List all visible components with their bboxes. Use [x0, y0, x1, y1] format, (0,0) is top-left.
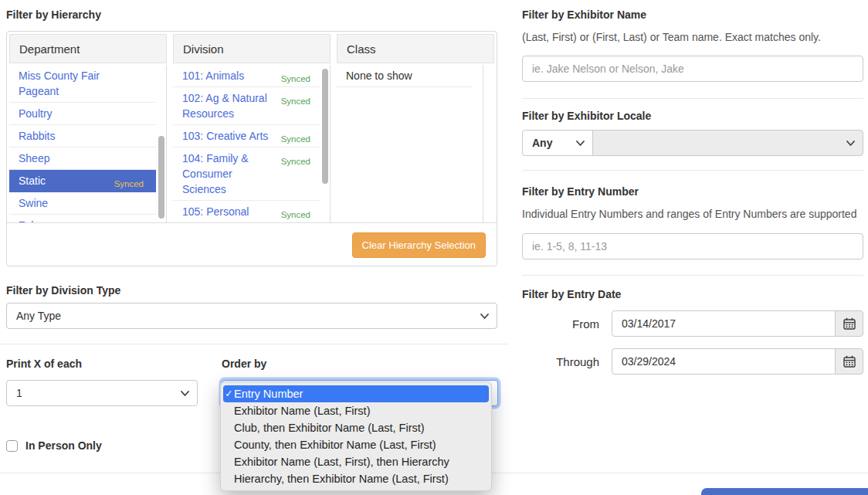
chevron-down-icon	[576, 141, 585, 146]
from-calendar-button[interactable]	[835, 310, 863, 337]
exhibitor-locale-row: Any	[522, 130, 863, 156]
exhibitor-name-description: (Last, First) or (First, Last) or Team n…	[522, 31, 863, 43]
department-item-selected[interactable]: Static Synced	[9, 170, 156, 192]
division-list: 101: Animals Synced 102: Ag & Natural Re…	[173, 65, 331, 222]
exhibitor-locale-label: Filter by Exhibitor Locale	[522, 110, 863, 122]
synced-badge: Synced	[281, 154, 310, 169]
department-item-label: Rabbits	[19, 130, 55, 142]
divider	[522, 170, 863, 171]
submit-button[interactable]	[701, 488, 868, 495]
entry-number-input[interactable]	[522, 233, 863, 259]
department-item[interactable]: Poultry	[9, 103, 156, 125]
divider	[522, 98, 863, 99]
through-label: Through	[522, 355, 599, 368]
chevron-down-icon	[480, 314, 489, 319]
division-item-label: 101: Animals	[182, 70, 244, 82]
department-item-label: Static	[19, 175, 46, 187]
through-date-input[interactable]	[612, 348, 836, 375]
calendar-icon	[843, 317, 856, 330]
hierarchy-panel: Department Miss County Fair Pageant Poul…	[6, 31, 497, 266]
department-item-label: Sheep	[19, 152, 49, 164]
division-column: Division 101: Animals Synced 102: Ag & N…	[173, 34, 331, 222]
entry-date-through-row: Through	[522, 348, 863, 375]
from-label: From	[522, 317, 599, 331]
department-item-label: Zebras	[19, 219, 53, 222]
order-option[interactable]: Exhibitor Name (Last, First)	[221, 402, 491, 419]
division-item-label: 102: Ag & Natural Resources	[182, 92, 267, 120]
order-option[interactable]: County, then Exhibitor Name (Last, First…	[221, 436, 491, 453]
division-item[interactable]: 104: Family & Consumer Sciences Synced	[173, 147, 320, 201]
class-empty-message: None to show	[337, 65, 473, 87]
division-item[interactable]: 105: Personal Development Synced	[173, 201, 320, 222]
department-list: Miss County Fair Pageant Poultry Rabbits…	[9, 65, 167, 222]
division-item[interactable]: 102: Ag & Natural Resources Synced	[173, 87, 320, 125]
print-x-select[interactable]: 1	[6, 380, 198, 406]
division-type-value: Any Type	[16, 310, 61, 322]
divider	[522, 275, 863, 276]
order-option-selected[interactable]: ✓ Entry Number	[223, 385, 489, 402]
order-option-label: Hierarchy, then Exhibitor Name (Last, Fi…	[234, 473, 449, 485]
division-column-header: Division	[173, 34, 331, 63]
hierarchy-title: Filter by Hierarchy	[6, 8, 508, 21]
clear-hierarchy-button[interactable]: Clear Hierarchy Selection	[352, 232, 486, 258]
division-item[interactable]: 101: Animals Synced	[173, 65, 320, 87]
department-item[interactable]: Sheep	[9, 147, 156, 170]
from-date-input[interactable]	[612, 310, 836, 337]
order-by-dropdown-menu: ✓ Entry Number Exhibitor Name (Last, Fir…	[220, 381, 492, 491]
synced-badge: Synced	[281, 93, 310, 109]
locale-type-select[interactable]: Any	[522, 130, 593, 156]
through-date-group	[612, 348, 863, 375]
hierarchy-columns: Department Miss County Fair Pageant Poul…	[7, 32, 497, 222]
division-type-select[interactable]: Any Type	[6, 303, 497, 329]
chevron-down-icon	[846, 141, 855, 146]
in-person-label: In Person Only	[25, 439, 102, 452]
division-type-label: Filter by Division Type	[6, 284, 508, 297]
class-column-header: Class	[337, 34, 494, 63]
exhibitor-name-label: Filter by Exhibitor Name	[522, 8, 863, 21]
in-person-checkbox[interactable]	[6, 440, 18, 452]
division-item-label: 103: Creative Arts	[182, 130, 268, 142]
order-option-label: Exhibitor Name (Last, First), then Hiera…	[234, 456, 449, 468]
print-x-section: Print X of each 1	[6, 358, 198, 406]
department-item-label: Swine	[19, 197, 48, 209]
department-column-header: Department	[9, 34, 167, 63]
chevron-down-icon	[181, 391, 189, 396]
order-option-label: Exhibitor Name (Last, First)	[234, 405, 370, 417]
hierarchy-panel-footer: Clear Hierarchy Selection	[7, 222, 497, 267]
print-x-label: Print X of each	[6, 358, 198, 370]
checkmark-icon: ✓	[224, 385, 234, 402]
entry-number-description: Individual Entry Numbers and ranges of E…	[522, 208, 863, 220]
print-x-value: 1	[16, 387, 22, 399]
class-list: None to show	[337, 65, 483, 222]
order-option[interactable]: Club, then Exhibitor Name (Last, First)	[221, 419, 491, 436]
division-item-label: 104: Family & Consumer Sciences	[182, 152, 249, 195]
department-scrollbar-thumb[interactable]	[158, 136, 164, 219]
department-item-label: Poultry	[19, 107, 53, 120]
entry-date-from-row: From	[522, 310, 863, 337]
order-option-label: Entry Number	[234, 388, 303, 400]
department-item-label: Miss County Fair Pageant	[19, 70, 100, 97]
class-column: Class None to show	[337, 34, 494, 222]
division-item[interactable]: 103: Creative Arts Synced	[173, 125, 320, 147]
synced-badge: Synced	[281, 131, 310, 147]
exhibitor-name-input[interactable]	[522, 56, 863, 82]
department-item[interactable]: Swine	[9, 192, 156, 215]
department-item[interactable]: Miss County Fair Pageant	[9, 65, 156, 103]
calendar-icon	[843, 355, 856, 368]
through-calendar-button[interactable]	[835, 348, 863, 375]
synced-badge: Synced	[281, 71, 310, 86]
from-date-group	[612, 310, 863, 337]
synced-badge: Synced	[114, 176, 144, 192]
locale-value-select[interactable]	[592, 130, 863, 156]
entry-number-label: Filter by Entry Number	[522, 185, 863, 198]
department-item[interactable]: Rabbits	[9, 125, 156, 147]
division-scrollbar-thumb[interactable]	[322, 69, 328, 184]
locale-type-value: Any	[532, 137, 552, 149]
divider	[0, 344, 508, 344]
synced-badge: Synced	[281, 207, 310, 222]
order-option[interactable]: Hierarchy, then Exhibitor Name (Last, Fi…	[221, 470, 491, 487]
division-item-label: 105: Personal Development	[182, 205, 249, 222]
order-option-label: Club, then Exhibitor Name (Last, First)	[234, 422, 425, 434]
order-option[interactable]: Exhibitor Name (Last, First), then Hiera…	[221, 453, 491, 470]
department-item[interactable]: Zebras	[9, 215, 156, 222]
